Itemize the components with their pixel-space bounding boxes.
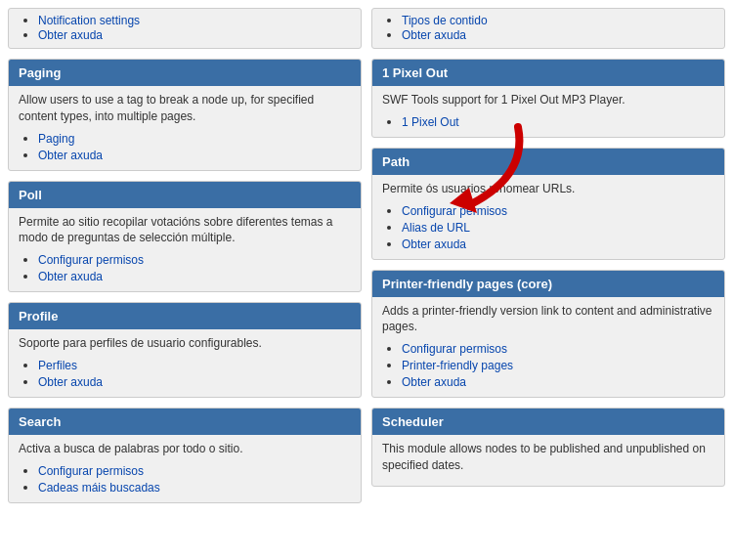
poll-permisos-link[interactable]: Configurar permisos <box>38 253 144 267</box>
scheduler-header: Scheduler <box>372 409 724 435</box>
paging-link[interactable]: Paging <box>38 132 74 146</box>
one-pixel-out-body: SWF Tools support for 1 Pixel Out MP3 Pl… <box>372 86 724 137</box>
path-body: Permite ós usuarios renomear URLs. Confi… <box>372 175 724 259</box>
list-item: Obter axuda <box>402 237 714 251</box>
search-module: Search Activa a busca de palabras por to… <box>8 408 362 503</box>
list-item: Obter axuda <box>38 148 351 162</box>
list-item: Alias de URL <box>402 220 714 235</box>
search-header: Search <box>9 409 361 435</box>
scheduler-title: Scheduler <box>382 414 444 429</box>
search-body: Activa a busca de palabras por todo o si… <box>9 435 361 502</box>
printer-friendly-description: Adds a printer-friendly version link to … <box>382 303 714 336</box>
paging-title: Paging <box>19 65 61 80</box>
tipos-contido-link[interactable]: Tipos de contido <box>402 14 488 27</box>
left-top-partial: Notification settings Obter axuda <box>8 8 362 49</box>
printer-pages-link[interactable]: Printer-friendly pages <box>402 359 513 372</box>
profile-perfiles-link[interactable]: Perfiles <box>38 359 77 372</box>
notification-settings-link[interactable]: Notification settings <box>38 14 140 27</box>
list-item: Tipos de contido <box>402 13 714 27</box>
list-item: Obter axuda <box>402 374 714 389</box>
list-item: Configurar permisos <box>402 203 714 218</box>
printer-friendly-body: Adds a printer-friendly version link to … <box>372 297 724 398</box>
paging-body: Allow users to use a tag to break a node… <box>9 86 361 170</box>
list-item: Configurar permisos <box>402 341 714 356</box>
path-description: Permite ós usuarios renomear URLs. <box>382 181 714 197</box>
printer-permisos-link[interactable]: Configurar permisos <box>402 342 507 356</box>
obter-axuda-link-top-right[interactable]: Obter axuda <box>402 28 466 42</box>
poll-body: Permite ao sitio recopilar votacións sob… <box>9 208 361 292</box>
path-help-link[interactable]: Obter axuda <box>402 237 466 251</box>
profile-title: Profile <box>19 309 58 323</box>
poll-title: Poll <box>19 188 42 202</box>
paging-description: Allow users to use a tag to break a node… <box>19 92 351 125</box>
scheduler-description: This module allows nodes to be published… <box>382 441 714 474</box>
obter-axuda-link-top-left[interactable]: Obter axuda <box>38 28 103 42</box>
one-pixel-out-module: 1 Pixel Out SWF Tools support for 1 Pixe… <box>371 59 725 138</box>
search-description: Activa a busca de palabras por todo o si… <box>19 441 351 457</box>
search-cadeas-link[interactable]: Cadeas máis buscadas <box>38 481 160 495</box>
list-item: Obter axuda <box>402 27 714 42</box>
profile-body: Soporte para perfiles de usuario configu… <box>9 329 361 397</box>
list-item: Cadeas máis buscadas <box>38 480 351 495</box>
profile-description: Soporte para perfiles de usuario configu… <box>19 335 351 352</box>
list-item: Printer-friendly pages <box>402 358 714 372</box>
path-alias-link[interactable]: Alias de URL <box>402 221 470 235</box>
list-item: Configurar permisos <box>38 252 351 267</box>
scheduler-module: Scheduler This module allows nodes to be… <box>371 408 725 487</box>
poll-help-link[interactable]: Obter axuda <box>38 270 103 283</box>
path-title: Path <box>382 154 410 169</box>
path-module: Path Permite ós usuarios renomear URLs. … <box>371 148 725 260</box>
paging-module: Paging Allow users to use a tag to break… <box>8 59 362 171</box>
list-item: Notification settings <box>38 13 351 27</box>
profile-module: Profile Soporte para perfiles de usuario… <box>8 302 362 398</box>
list-item: Obter axuda <box>38 269 351 283</box>
scheduler-body: This module allows nodes to be published… <box>372 435 724 486</box>
printer-help-link[interactable]: Obter axuda <box>402 375 466 389</box>
one-pixel-out-header: 1 Pixel Out <box>372 60 724 86</box>
list-item: 1 Pixel Out <box>402 114 714 129</box>
one-pixel-out-description: SWF Tools support for 1 Pixel Out MP3 Pl… <box>382 92 714 108</box>
search-permisos-link[interactable]: Configurar permisos <box>38 464 144 478</box>
right-column: Tipos de contido Obter axuda 1 Pixel Out… <box>371 8 725 552</box>
poll-header: Poll <box>9 182 361 208</box>
one-pixel-out-link[interactable]: 1 Pixel Out <box>402 115 459 129</box>
paging-header: Paging <box>9 60 361 86</box>
printer-friendly-header: Printer-friendly pages (core) <box>372 271 724 297</box>
profile-help-link[interactable]: Obter axuda <box>38 375 103 389</box>
one-pixel-out-title: 1 Pixel Out <box>382 65 448 80</box>
paging-help-link[interactable]: Obter axuda <box>38 149 103 162</box>
list-item: Configurar permisos <box>38 463 351 478</box>
list-item: Perfiles <box>38 358 351 372</box>
path-permisos-link[interactable]: Configurar permisos <box>402 204 507 218</box>
right-top-partial: Tipos de contido Obter axuda <box>371 8 725 49</box>
path-header: Path <box>372 149 724 175</box>
list-item: Obter axuda <box>38 27 351 42</box>
profile-header: Profile <box>9 303 361 329</box>
left-column: Notification settings Obter axuda Paging… <box>8 8 362 552</box>
printer-friendly-title: Printer-friendly pages (core) <box>382 277 552 291</box>
poll-module: Poll Permite ao sitio recopilar votación… <box>8 181 362 293</box>
list-item: Obter axuda <box>38 374 351 389</box>
list-item: Paging <box>38 131 351 146</box>
printer-friendly-module: Printer-friendly pages (core) Adds a pri… <box>371 270 725 399</box>
search-title: Search <box>19 414 61 429</box>
poll-description: Permite ao sitio recopilar votacións sob… <box>19 214 351 247</box>
